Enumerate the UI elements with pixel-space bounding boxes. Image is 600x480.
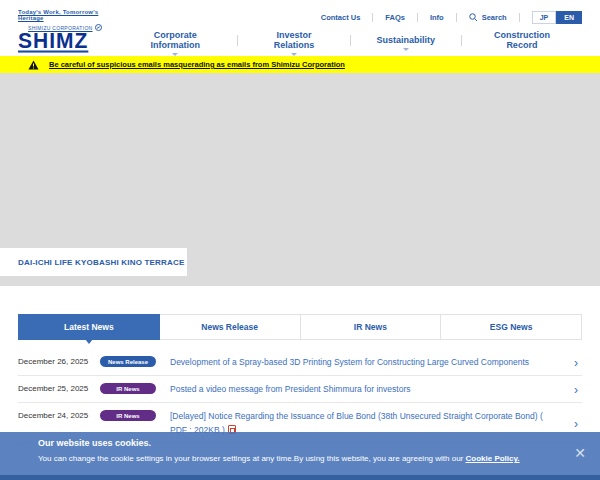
nav-sustainability[interactable]: Sustainability (350, 35, 461, 45)
news-section: Latest News News Release IR News ESG New… (0, 286, 600, 444)
chevron-right-icon: › (574, 384, 582, 396)
warning-icon (28, 60, 39, 70)
alert-banner: Be careful of suspicious emails masquera… (0, 56, 600, 73)
news-link[interactable]: Development of a Spray-based 3D Printing… (170, 356, 574, 369)
news-row[interactable]: December 25, 2025 IR News Posted a video… (18, 376, 582, 403)
news-date: December 26, 2025 (18, 356, 100, 366)
nav-corporate-information[interactable]: Corporate Information (113, 30, 237, 50)
news-row[interactable]: December 26, 2025 News Release Developme… (18, 349, 582, 376)
logo-tagline: Today's Work, Tomorrow's Heritage (18, 9, 113, 21)
chevron-right-icon: › (574, 357, 582, 369)
alert-link[interactable]: Be careful of suspicious emails masquera… (49, 60, 345, 69)
lang-jp-button[interactable]: JP (532, 11, 557, 24)
chevron-down-icon (172, 53, 178, 56)
search-button[interactable]: Search (457, 13, 519, 22)
contact-us-link[interactable]: Contact Us (309, 13, 373, 22)
nav-investor-relations[interactable]: Investor Relations (238, 30, 349, 50)
footer-edge (0, 475, 600, 480)
cookie-body: You can change the cookie settings in yo… (38, 454, 600, 463)
tab-esg-news[interactable]: ESG News (441, 314, 582, 340)
news-date: December 24, 2025 (18, 410, 100, 420)
tab-news-release[interactable]: News Release (160, 314, 301, 340)
lang-en-button[interactable]: EN (556, 11, 582, 24)
site-header: Today's Work, Tomorrow's Heritage SHIMIZ… (0, 0, 600, 56)
header-right: Contact Us FAQs Info Search JP EN Corpor… (113, 0, 582, 56)
ir-news-badge: IR News (100, 410, 156, 421)
main-nav: Corporate Information Investor Relations… (113, 31, 582, 49)
chevron-down-icon (291, 53, 297, 56)
cookie-banner: Our website uses cookies. You can change… (0, 432, 600, 480)
news-tabs: Latest News News Release IR News ESG New… (18, 314, 582, 340)
news-link[interactable]: Posted a video message from President Sh… (170, 383, 574, 396)
logo-wordmark: SHIMZ (18, 29, 113, 51)
info-link[interactable]: Info (418, 13, 456, 22)
news-release-badge: News Release (100, 356, 156, 367)
divider (519, 13, 520, 22)
shimizu-logo[interactable]: Today's Work, Tomorrow's Heritage SHIMIZ… (18, 0, 113, 56)
hero-caption: DAI-ICHI LIFE KYOBASHI KINO TERRACE (0, 248, 187, 276)
faqs-link[interactable]: FAQs (373, 13, 417, 22)
chevron-down-icon (403, 48, 409, 51)
cookie-text: Our website uses cookies. You can change… (0, 432, 600, 463)
news-date: December 25, 2025 (18, 383, 100, 393)
nav-construction-record[interactable]: Construction Record (462, 30, 582, 50)
search-icon (469, 13, 478, 22)
cookie-title: Our website uses cookies. (38, 438, 600, 448)
cookie-policy-link[interactable]: Cookie Policy. (466, 454, 520, 463)
utility-nav: Contact Us FAQs Info Search JP EN (309, 10, 582, 24)
news-list: December 26, 2025 News Release Developme… (18, 349, 582, 444)
tab-ir-news[interactable]: IR News (301, 314, 442, 340)
close-icon[interactable]: ✕ (574, 446, 586, 460)
ir-news-badge: IR News (100, 383, 156, 394)
chevron-right-icon: › (574, 418, 582, 430)
tab-latest-news[interactable]: Latest News (18, 314, 160, 340)
language-switcher: JP EN (532, 11, 582, 24)
hero-image: DAI-ICHI LIFE KYOBASHI KINO TERRACE (0, 73, 600, 286)
